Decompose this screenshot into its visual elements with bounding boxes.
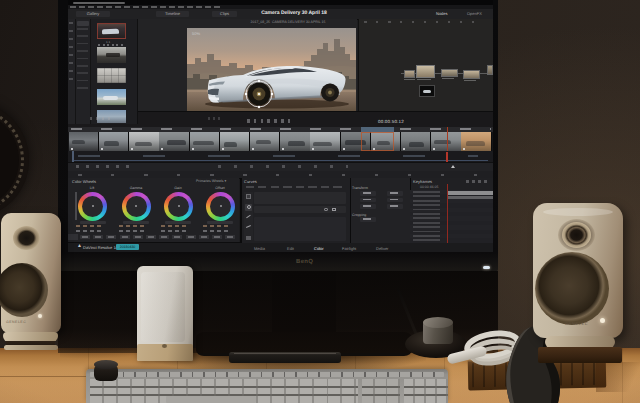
svg-text:50%: 50% (192, 31, 200, 36)
